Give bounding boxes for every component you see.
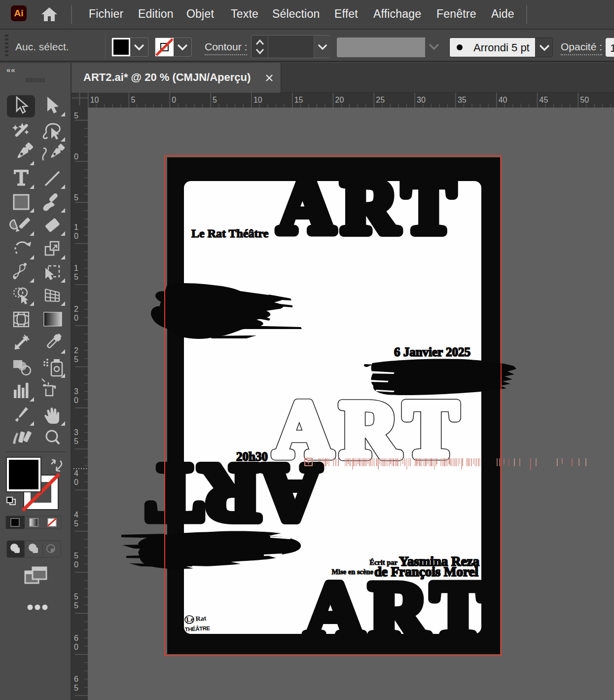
svg-text:4: 4: [74, 511, 78, 519]
svg-text:ART: ART: [305, 566, 491, 655]
svg-text:1: 1: [74, 223, 78, 231]
svg-text:0: 0: [74, 232, 78, 240]
svg-text:5: 5: [74, 437, 78, 445]
svg-text:ART: ART: [278, 163, 462, 249]
svg-text:5: 5: [74, 519, 78, 528]
svg-text:5: 5: [74, 684, 78, 692]
svg-text:2: 2: [74, 346, 78, 355]
svg-text:Le Rat Théâtre: Le Rat Théâtre: [191, 227, 269, 240]
svg-text:0: 0: [74, 478, 78, 486]
svg-text:5: 5: [213, 96, 217, 104]
svg-text:5: 5: [74, 592, 78, 601]
svg-text:15: 15: [294, 96, 303, 104]
svg-text:10: 10: [253, 96, 262, 104]
svg-text:6: 6: [74, 634, 78, 642]
svg-text:20: 20: [335, 96, 344, 104]
svg-text:3: 3: [74, 387, 78, 396]
svg-text:0: 0: [172, 96, 176, 104]
svg-text:10: 10: [90, 96, 99, 104]
svg-text:1: 1: [74, 264, 78, 272]
svg-text:5: 5: [131, 96, 136, 104]
svg-text:0: 0: [74, 396, 78, 405]
svg-text:35: 35: [458, 96, 467, 104]
svg-text:0: 0: [74, 560, 78, 569]
svg-text:ART: ART: [146, 448, 321, 539]
svg-text:6: 6: [74, 675, 78, 683]
svg-text:5: 5: [74, 193, 78, 202]
svg-text:6 Janvier 2025: 6 Janvier 2025: [394, 345, 470, 359]
svg-text:45: 45: [540, 96, 548, 104]
svg-text:0: 0: [74, 314, 78, 322]
svg-text:40: 40: [499, 96, 507, 104]
svg-text:5: 5: [74, 552, 78, 560]
svg-text:0: 0: [74, 643, 78, 651]
svg-text:5: 5: [74, 601, 78, 610]
svg-text:2: 2: [74, 305, 78, 313]
svg-text:««: ««: [6, 66, 16, 74]
svg-text:5: 5: [74, 111, 78, 120]
svg-text:30: 30: [417, 96, 426, 104]
svg-text:25: 25: [376, 96, 385, 104]
svg-text:4: 4: [74, 469, 78, 478]
svg-text:5: 5: [74, 273, 78, 281]
svg-text:0: 0: [74, 152, 78, 161]
svg-text:5: 5: [74, 355, 78, 364]
svg-text:50: 50: [580, 96, 589, 104]
svg-text:3: 3: [74, 428, 78, 437]
